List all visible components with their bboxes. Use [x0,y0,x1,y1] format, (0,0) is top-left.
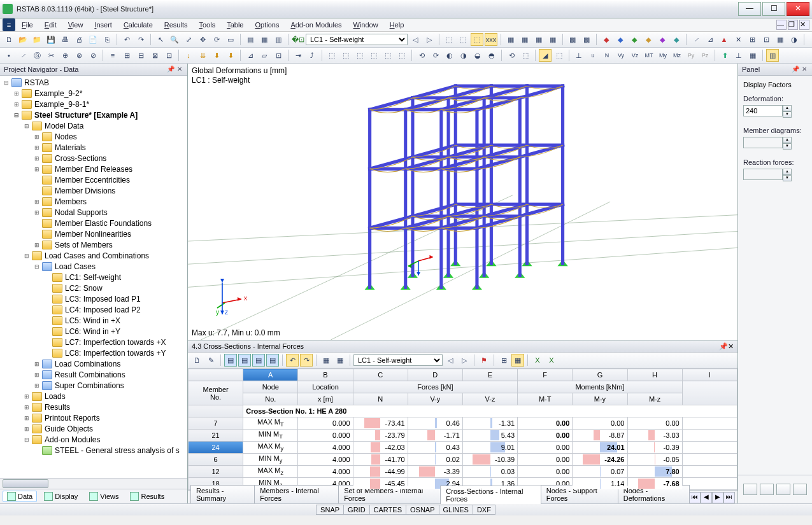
aa4-icon[interactable]: ▥ [766,49,779,62]
v2-icon[interactable]: ⬚ [339,49,352,62]
tree-item[interactable]: ⊞Sets of Members [0,239,187,250]
close-button[interactable]: ✕ [787,2,809,16]
menu-help[interactable]: Help [385,20,410,30]
tree-item[interactable]: ⊞Cross-Sections [0,153,187,164]
menu-view[interactable]: View [63,20,89,30]
pf4-icon[interactable] [793,484,807,495]
result-tab[interactable]: Results - Summary [190,485,255,503]
m3-icon[interactable]: ▦ [532,33,545,46]
gprev-icon[interactable]: ◁ [444,354,457,367]
tree-item[interactable]: ⊟Load Cases [0,261,187,272]
tree-item[interactable]: STEEL - General stress analysis of s [0,445,187,456]
panel-close-icon[interactable]: ✕ [801,66,808,73]
nav-tab-views[interactable]: Views [85,491,123,502]
m2-icon[interactable]: ▦ [518,33,531,46]
tree-item[interactable]: LC5: Wind in +X [0,315,187,326]
d8-icon[interactable]: ◑ [788,33,801,46]
aa2-icon[interactable]: ⊥ [732,49,745,62]
tree-item[interactable]: ⊟RSTAB [0,77,187,88]
r5-icon[interactable]: ⊕ [59,49,71,62]
grid-lc-combo[interactable]: LC1 - Self-weight [353,354,443,366]
zoomwin-icon[interactable]: 🔍 [168,33,181,46]
status-dxf[interactable]: DXF [473,505,495,515]
tree-item[interactable]: ⊟Steel Structure* [Example A] [0,109,187,120]
v5-icon[interactable]: ⬚ [381,49,394,62]
d2-icon[interactable]: ⊿ [704,33,716,46]
tree-item[interactable]: LC7: Imperfection towards +X [0,337,187,347]
c6-icon[interactable]: ◆ [670,33,683,46]
w6-icon[interactable]: ◓ [485,49,498,62]
deformation-input[interactable] [743,105,783,116]
pf3-icon[interactable] [776,484,790,495]
deformation-down-icon[interactable]: ▼ [783,111,792,118]
tree-item[interactable]: ⊞Example_9-8-1* [0,99,187,109]
gk2-icon[interactable]: ▦ [511,354,524,367]
status-grid[interactable]: GRID [343,505,370,515]
pan-icon[interactable]: ✥ [196,33,209,46]
r9-icon[interactable]: ⊞ [120,49,133,62]
pz-icon[interactable]: Pz [699,49,711,62]
print-icon[interactable]: 🖨 [73,33,85,46]
gnew-icon[interactable]: 🗋 [190,354,203,367]
tree-item[interactable]: ⊞Result Combinations [0,369,187,380]
tree-item[interactable]: ⊞Guide Objects [0,423,187,434]
s6-icon[interactable]: ▱ [258,49,271,62]
nn-icon[interactable]: N [601,49,613,62]
lc-next-icon[interactable]: ▷ [423,33,436,46]
r1-icon[interactable]: • [3,49,15,62]
aa3-icon[interactable]: ▦ [746,49,759,62]
saveall-icon[interactable]: 🖶 [59,33,71,46]
tree-item[interactable]: LC2: Snow [0,283,187,293]
close-panel-icon[interactable]: ✕ [176,66,183,73]
gedit-icon[interactable]: ✎ [204,354,217,367]
menu-edit[interactable]: Edit [39,20,62,30]
r3-icon[interactable]: Ⓖ [31,49,43,62]
uu-icon[interactable]: u [587,49,599,62]
d1-icon[interactable]: ⟋ [690,33,702,46]
w3-icon[interactable]: ◐ [443,49,456,62]
y2-icon[interactable]: ⬚ [553,49,566,62]
react-input[interactable] [743,169,783,180]
r11-icon[interactable]: ⊠ [148,49,161,62]
w2-icon[interactable]: ⟳ [429,49,442,62]
gtab3-icon[interactable]: ▤ [252,354,265,367]
react-down-icon[interactable]: ▼ [783,175,792,181]
pf2-icon[interactable] [760,484,774,495]
menu-add-on-modules[interactable]: Add-on Modules [285,20,346,30]
s9-icon[interactable]: ⤴ [306,49,318,62]
c3-icon[interactable]: ◆ [628,33,641,46]
tree-item[interactable]: ⊞Members [0,196,187,207]
open2-icon[interactable]: 📁 [31,33,43,46]
grid-close-icon[interactable]: ✕ [728,342,734,350]
t4-icon[interactable]: xxx [485,33,497,46]
tree-item[interactable]: Member Eccentricities [0,174,187,185]
results-grid[interactable]: ABCDEFGHIMemberNo.NodeLocationForces [kN… [188,368,737,490]
tab-first-icon[interactable]: ⏮ [689,492,701,503]
memdiag-up-icon[interactable]: ▲ [783,137,792,143]
tree-item[interactable]: LC3: Imposed load P1 [0,293,187,304]
e1-icon[interactable]: ▮ [808,33,812,46]
mdi-close-icon[interactable]: ✕ [799,20,809,30]
grid-pin-icon[interactable]: 📌 [719,342,728,350]
zoomall-icon[interactable]: ⤢ [182,33,195,46]
r12-icon[interactable]: ⊡ [162,49,175,62]
select-icon[interactable]: ↖ [154,33,167,46]
memdiag-input[interactable] [743,137,783,148]
d7-icon[interactable]: ▦ [774,33,787,46]
gu2-icon[interactable]: ↷ [300,354,313,367]
gnext-icon[interactable]: ▷ [458,354,471,367]
printprev-icon[interactable]: 📄 [87,33,99,46]
gk1-icon[interactable]: ⊞ [497,354,510,367]
menu-file[interactable]: File [17,20,38,30]
w4-icon[interactable]: ◑ [457,49,470,62]
redo-icon[interactable]: ↷ [134,33,147,46]
v4-icon[interactable]: ⬚ [367,49,380,62]
z1-icon[interactable]: ⊥ [573,49,585,62]
s1-icon[interactable]: ↓ [182,49,195,62]
tree-item[interactable]: LC6: Wind in +Y [0,326,187,337]
r8-icon[interactable]: ≡ [106,49,119,62]
mdi-restore-icon[interactable]: ❐ [788,20,798,30]
x1-icon[interactable]: ⟲ [505,49,518,62]
nav-tab-results[interactable]: Results [125,491,169,502]
tree-item[interactable]: LC4: Imposed load P2 [0,304,187,315]
